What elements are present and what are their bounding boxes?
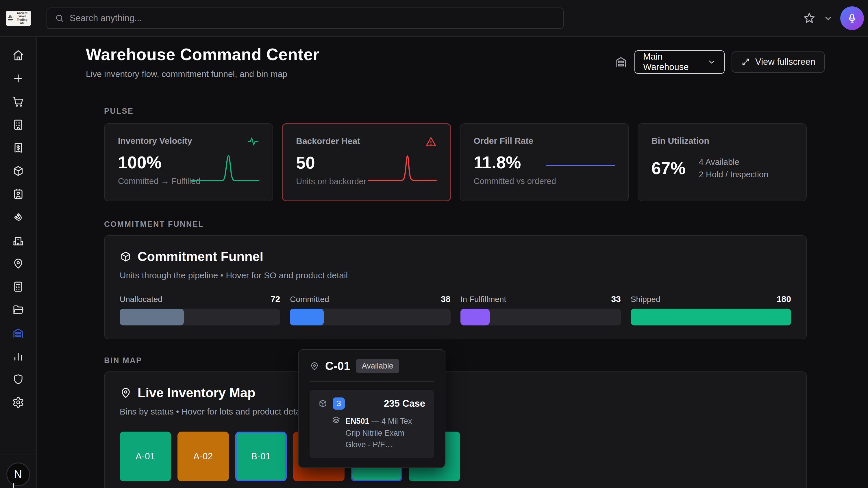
- package-icon: [318, 399, 328, 408]
- warehouse-icon: [12, 327, 24, 339]
- sidebar-item-settings[interactable]: [0, 391, 36, 414]
- page-subtitle: Live inventory flow, commitment funnel, …: [86, 69, 319, 79]
- card-title: Order Fill Rate: [474, 136, 615, 146]
- sidebar-footer: N: [0, 454, 36, 488]
- sidebar-item-facilities[interactable]: [0, 229, 36, 252]
- bin-a02[interactable]: A-02: [178, 432, 229, 481]
- topbar-actions: [803, 6, 864, 30]
- stage-unallocated: Unallocated72: [120, 294, 280, 325]
- search-input[interactable]: [70, 13, 556, 23]
- microphone-icon: [847, 13, 857, 23]
- sidebar-item-accounting[interactable]: [0, 275, 36, 298]
- page-header-text: Warehouse Command Center Live inventory …: [86, 45, 319, 79]
- pulse-cards: Inventory Velocity 100% Committed → Fulf…: [104, 123, 807, 201]
- bin-utilization-card: Bin Utilization 67% 4 Available 2 Hold /…: [638, 123, 807, 201]
- sidebar-item-create[interactable]: [0, 67, 36, 90]
- stage-bar[interactable]: [631, 309, 791, 325]
- chevron-down-icon: [824, 13, 833, 23]
- favorites-chevron[interactable]: [824, 13, 833, 23]
- logout-icon[interactable]: [13, 483, 22, 488]
- global-search[interactable]: [46, 7, 564, 29]
- stage-bar-fill: [290, 309, 324, 325]
- bin-a01[interactable]: A-01: [120, 432, 171, 481]
- stage-bar[interactable]: [290, 309, 450, 325]
- layers-icon: [332, 415, 341, 451]
- tooltip-bin-id: C-01: [325, 360, 350, 373]
- star-icon: [803, 11, 816, 25]
- gear-icon: [12, 396, 24, 408]
- warehouse-selector-icon: [614, 55, 627, 68]
- sidebar-item-purchases[interactable]: [0, 90, 36, 113]
- sidebar-item-reports[interactable]: [0, 345, 36, 368]
- tooltip-status-badge: Available: [356, 359, 399, 373]
- chevron-down-icon: [707, 58, 716, 66]
- product-sku: EN501: [345, 417, 369, 426]
- expand-icon: [741, 57, 751, 67]
- bin-b01[interactable]: B-01: [235, 432, 287, 481]
- bin-utilization-breakdown: 4 Available 2 Hold / Inspection: [699, 157, 768, 179]
- favorites-button[interactable]: [803, 11, 816, 25]
- backorder-heat-card: Backorder Heat 50 Units on backorder: [282, 123, 451, 201]
- stage-committed: Committed38: [290, 294, 450, 325]
- stage-value: 38: [441, 294, 450, 304]
- page-title: Warehouse Command Center: [86, 45, 319, 64]
- stage-label: Unallocated: [120, 295, 162, 304]
- invoice-dollar-icon: [12, 142, 24, 154]
- plus-icon: [12, 72, 24, 84]
- sidebar-item-marketing[interactable]: [0, 206, 36, 229]
- stage-bar[interactable]: [120, 309, 280, 325]
- stage-label: Shipped: [631, 295, 660, 304]
- sidebar-item-organization[interactable]: [0, 113, 36, 136]
- main-content: Warehouse Command Center Live inventory …: [37, 37, 868, 488]
- view-fullscreen-button[interactable]: View fullscreen: [732, 52, 825, 73]
- contact-card-icon: [12, 188, 24, 200]
- bin-utilization-body: 67% 4 Available 2 Hold / Inspection: [652, 157, 793, 179]
- home-icon: [12, 49, 24, 61]
- stage-shipped: Shipped180: [631, 294, 791, 325]
- lot-quantity: 235 Case: [384, 398, 425, 409]
- folder-open-icon: [12, 304, 24, 316]
- card-value: 67%: [652, 159, 686, 178]
- calculator-icon: [12, 281, 24, 293]
- stage-label: Committed: [290, 295, 329, 304]
- company-logo[interactable]: Ancient Wind Trading Co.: [6, 11, 31, 26]
- stage-bar-fill: [460, 309, 490, 325]
- pulse-section-label: PULSE: [104, 107, 807, 116]
- sidebar-item-billing[interactable]: [0, 136, 36, 160]
- warehouse-select-value: Main Warehouse: [643, 52, 697, 72]
- search-icon: [55, 13, 64, 23]
- stage-bar[interactable]: [460, 309, 621, 325]
- product-description: EN501 — 4 Mil Tex Grip Nitrile Exam Glov…: [345, 415, 425, 451]
- ship-logo-icon: [7, 15, 13, 22]
- magnet-icon: [12, 211, 24, 223]
- sidebar-item-home[interactable]: [0, 44, 36, 67]
- stage-value: 72: [271, 294, 280, 304]
- stage-bar-fill: [120, 309, 184, 325]
- funnel-subtitle: Units through the pipeline • Hover for S…: [120, 270, 791, 280]
- stage-value: 180: [777, 294, 791, 304]
- sidebar-item-warehouse[interactable]: [0, 321, 36, 345]
- live-inventory-map-panel: Live Inventory Map Bins by status • Hove…: [104, 371, 807, 488]
- dashboard-sections: PULSE Inventory Velocity 100% Committed …: [37, 107, 868, 488]
- sidebar: N: [0, 37, 37, 488]
- facility-building-icon: [12, 234, 24, 247]
- voice-assistant-button[interactable]: [840, 6, 864, 30]
- sidebar-item-documents[interactable]: [0, 298, 36, 321]
- map-pin-icon: [12, 257, 24, 269]
- page-header: Warehouse Command Center Live inventory …: [37, 37, 868, 79]
- alert-triangle-icon: [425, 136, 437, 149]
- sidebar-item-security[interactable]: [0, 368, 36, 391]
- sidebar-item-inventory[interactable]: [0, 160, 36, 182]
- sidebar-item-contacts[interactable]: [0, 182, 36, 206]
- card-title: Bin Utilization: [652, 136, 793, 146]
- warehouse-select[interactable]: Main Warehouse: [634, 50, 725, 74]
- topbar: Ancient Wind Trading Co.: [0, 0, 868, 37]
- office-building-icon: [12, 119, 24, 131]
- bins-row: A-01 A-02 B-01 B-02 C-01 C-02: [120, 432, 791, 481]
- hold-count: 2 Hold / Inspection: [699, 170, 768, 179]
- sidebar-item-locations[interactable]: [0, 252, 36, 275]
- tooltip-lot-item: 3 235 Case EN501 — 4 Mil Tex Grip Nitril…: [310, 390, 434, 458]
- sparkline-flat: [546, 147, 615, 179]
- tooltip-divider: [310, 381, 434, 382]
- funnel-title-row: Commitment Funnel: [120, 249, 791, 264]
